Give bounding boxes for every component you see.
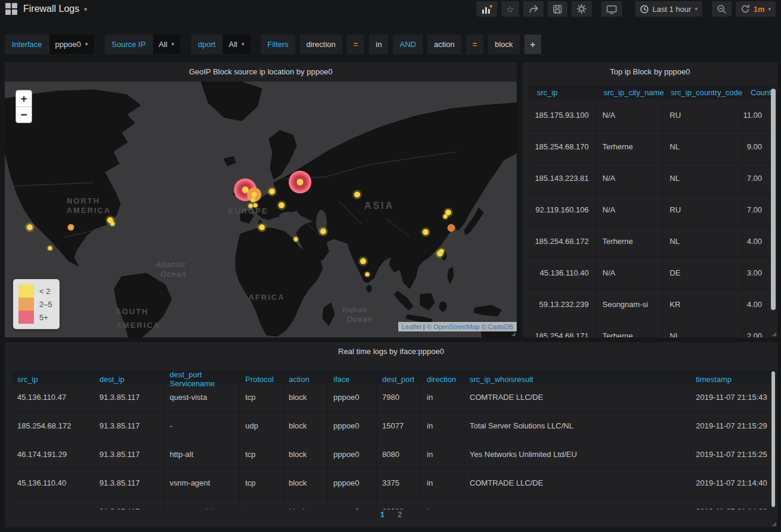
geoip-marker[interactable] bbox=[448, 224, 455, 232]
dashboard-title[interactable]: Firewall Logs bbox=[23, 4, 79, 14]
source-ip-select[interactable]: All▾ bbox=[153, 35, 180, 54]
page-number[interactable]: 2 bbox=[398, 510, 402, 519]
world-map[interactable]: NORTHAMERICAEUROPEASIAAFRICASOUTHAMERICA… bbox=[5, 82, 517, 337]
save-button[interactable] bbox=[548, 1, 567, 17]
geoip-marker[interactable] bbox=[249, 204, 253, 208]
geoip-marker[interactable] bbox=[440, 249, 444, 254]
settings-button[interactable] bbox=[571, 1, 592, 17]
panel-title[interactable]: GeoIP Block source ip location by pppoe0 bbox=[5, 62, 517, 80]
map-zoom-out-button[interactable]: − bbox=[16, 107, 32, 123]
cell-action: block bbox=[283, 497, 328, 509]
interface-value: pppoe0 bbox=[55, 40, 81, 49]
grafana-menu-icon[interactable] bbox=[5, 3, 17, 15]
chevron-down-icon: ▾ bbox=[171, 41, 174, 47]
table-header-row: src_ip src_ip_city_name src_ip_country_c… bbox=[529, 85, 771, 99]
cell-dest-ip: 91.3.85.117 bbox=[94, 440, 164, 468]
table-row: 91.3.85.117 commtact-http tcp block pppo… bbox=[12, 497, 776, 509]
leaflet-link[interactable]: Leaflet bbox=[402, 323, 421, 330]
filter-segment[interactable]: direction bbox=[300, 35, 342, 54]
page-number[interactable]: 1 bbox=[380, 510, 385, 519]
legend-label: 2–5 bbox=[39, 300, 52, 309]
column-header-country[interactable]: src_ip_country_code bbox=[663, 85, 742, 99]
geoip-marker[interactable] bbox=[269, 189, 275, 195]
filter-segment[interactable]: action bbox=[427, 35, 461, 54]
cell-dest-port: 7980 bbox=[377, 383, 421, 411]
attribution-separator: | bbox=[423, 323, 425, 330]
filter-segment[interactable]: in bbox=[369, 35, 388, 54]
column-header-count[interactable]: Count bbox=[742, 85, 771, 99]
cell-timestamp: 2019-11-07 21:15:25 bbox=[691, 440, 776, 468]
dport-select[interactable]: All▾ bbox=[223, 35, 250, 54]
cell-dest-ip: 91.3.85.117 bbox=[94, 383, 164, 411]
save-icon bbox=[552, 4, 563, 14]
cell-count: 9.00 bbox=[742, 131, 771, 162]
scrollbar-thumb[interactable] bbox=[771, 371, 775, 507]
cartodb-link[interactable]: © CartoDB bbox=[482, 323, 513, 330]
legend-swatch bbox=[18, 298, 34, 311]
cell-city: Terherne bbox=[595, 226, 663, 256]
cell-src-ip: 185.254.68.172 bbox=[529, 226, 595, 256]
panel-title[interactable]: Real time logs by iface:pppoe0 bbox=[5, 342, 777, 360]
gear-icon bbox=[576, 4, 587, 14]
cell-whois: Total Server Solutions LLC/NL bbox=[464, 412, 691, 440]
cell-country: NL bbox=[663, 226, 742, 256]
map-zoom-in-button[interactable]: + bbox=[16, 90, 32, 107]
cell-dest-port: 20002 bbox=[377, 497, 421, 509]
cell-whois: COMTRADE LLC/DE bbox=[464, 383, 691, 411]
geoip-marker[interactable] bbox=[360, 258, 366, 264]
filter-segment[interactable]: block bbox=[488, 35, 519, 54]
geoip-marker[interactable] bbox=[294, 237, 298, 242]
cell-src-ip: 45.136.110.40 bbox=[529, 257, 595, 288]
cell-city: Terherne bbox=[595, 131, 663, 162]
filter-segment[interactable]: AND bbox=[393, 35, 422, 54]
refresh-button[interactable]: 1m ▾ bbox=[736, 1, 776, 17]
cell-direction: in bbox=[421, 440, 464, 468]
filter-segment[interactable]: = bbox=[347, 35, 365, 54]
variable-source-ip: Source IP All▾ bbox=[105, 35, 180, 54]
chevron-down-icon: ▾ bbox=[695, 6, 698, 12]
scrollbar-thumb[interactable] bbox=[771, 89, 776, 310]
interface-select[interactable]: pppoe0▾ bbox=[49, 35, 94, 54]
panel-title[interactable]: Top ip Block by pppoe0 bbox=[523, 62, 777, 80]
column-header-src-ip[interactable]: src_ip bbox=[529, 85, 595, 99]
geoip-marker[interactable] bbox=[68, 224, 74, 231]
add-panel-button[interactable] bbox=[476, 1, 497, 17]
adhoc-filters: Filters direction=inANDaction=block+ bbox=[261, 35, 541, 54]
openstreetmap-link[interactable]: © OpenStreetMap bbox=[427, 323, 480, 330]
column-header-city[interactable]: src_ip_city_name bbox=[595, 85, 663, 99]
zoom-out-time-button[interactable] bbox=[712, 1, 732, 17]
geoip-marker[interactable] bbox=[259, 224, 265, 230]
geoip-marker[interactable] bbox=[251, 198, 255, 202]
star-button[interactable]: ☆ bbox=[501, 1, 519, 17]
cell-protocol: tcp bbox=[240, 440, 283, 468]
cell-dest-port: 15077 bbox=[377, 412, 421, 440]
filter-segment[interactable]: = bbox=[466, 35, 484, 54]
time-picker-button[interactable]: Last 1 hour ▾ bbox=[635, 1, 702, 17]
cell-whois: COMTRADE LLC/DE bbox=[464, 469, 691, 497]
geoip-marker[interactable] bbox=[27, 224, 33, 230]
navbar: Firewall Logs ▾ ☆ bbox=[0, 0, 781, 18]
tv-mode-button[interactable] bbox=[601, 1, 622, 17]
geoip-marker[interactable] bbox=[254, 204, 258, 208]
filter-segment[interactable]: + bbox=[524, 35, 542, 54]
share-button[interactable] bbox=[523, 1, 543, 17]
clock-icon bbox=[640, 5, 649, 14]
cell-src-ip: 46.174.191.29 bbox=[12, 440, 94, 468]
legend-swatch bbox=[18, 284, 34, 298]
time-range-label: Last 1 hour bbox=[652, 5, 691, 14]
cell-action: block bbox=[283, 383, 328, 411]
table-body: 185.175.93.100 N/A RU 11.00 185.254.68.1… bbox=[529, 99, 771, 337]
geoip-marker[interactable] bbox=[443, 215, 448, 219]
table-row: 185.254.68.170 Terherne NL 9.00 bbox=[529, 131, 771, 162]
geoip-marker[interactable] bbox=[111, 222, 115, 226]
geoip-marker[interactable] bbox=[423, 229, 429, 235]
geoip-marker[interactable] bbox=[365, 273, 370, 277]
geoip-marker[interactable] bbox=[279, 202, 285, 208]
geoip-marker[interactable] bbox=[320, 229, 326, 234]
geoip-marker[interactable] bbox=[289, 171, 311, 193]
geoip-marker[interactable] bbox=[48, 246, 52, 251]
chevron-down-icon: ▾ bbox=[84, 6, 87, 12]
dashboard-filters: Interface pppoe0▾ Source IP All▾ dport A… bbox=[5, 34, 541, 54]
cell-city: N/A bbox=[595, 257, 663, 288]
geoip-marker[interactable] bbox=[354, 192, 360, 198]
